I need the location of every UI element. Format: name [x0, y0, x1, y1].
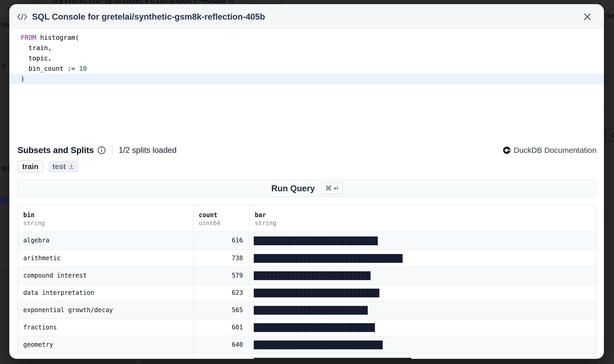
column-name-count[interactable]: count — [199, 211, 249, 219]
divider — [112, 146, 112, 155]
code-line[interactable]: train, — [9, 43, 604, 53]
histogram-bar — [254, 341, 383, 349]
background-text-fragment: sw — [1, 21, 10, 29]
cell-bar — [250, 267, 596, 284]
cell-bin: compound interest — [18, 267, 194, 284]
enter-key-icon: ↵ — [334, 185, 339, 192]
code-line[interactable]: topic, — [9, 53, 604, 64]
splits-loaded-status: 1/2 splits loaded — [119, 146, 176, 155]
modal-header: SQL Console for gretelai/synthetic-gsm8k… — [9, 4, 604, 29]
code-icon — [17, 13, 27, 21]
duckdb-documentation-link[interactable]: DuckDB Documentation — [503, 146, 596, 155]
code-line[interactable]: bin_count := 10 — [9, 64, 604, 74]
table-row[interactable]: exponential growth/decay565 — [18, 301, 596, 319]
background-icon-fragment — [136, 360, 141, 363]
cell-bin: data interpretation — [18, 284, 194, 301]
background-text-fragment: issa — [605, 12, 614, 20]
code-line[interactable]: ) — [9, 74, 604, 84]
background-text-fragment: V — [1, 62, 6, 70]
info-icon[interactable] — [97, 146, 106, 154]
sql-editor[interactable]: FROM histogram( train, topic, bin_count … — [9, 29, 604, 115]
close-button[interactable] — [582, 12, 593, 22]
histogram-bar — [254, 254, 403, 263]
subsets-splits-title: Subsets and Splits — [18, 145, 94, 155]
cell-bar — [250, 250, 596, 267]
like-button: ♡ — [242, 0, 281, 4]
cell-bin: algebra — [18, 232, 194, 249]
code-line[interactable]: FROM histogram( — [9, 33, 604, 43]
results-table-body[interactable]: algebra616arithmetic738compound interest… — [18, 232, 596, 359]
background-text-fragment: dif — [1, 165, 10, 173]
duckdb-logo-icon — [503, 146, 511, 154]
cell-count: 738 — [194, 250, 250, 267]
cell-bin: fractions — [18, 319, 194, 336]
cell-count: 616 — [194, 232, 250, 249]
histogram-bar — [254, 271, 371, 280]
heart-icon: ♡ — [246, 0, 252, 3]
histogram-bar — [254, 289, 379, 297]
column-name-bar[interactable]: bar — [255, 211, 596, 219]
column-type-count: uint64 — [199, 219, 249, 227]
table-row[interactable]: fractions601 — [18, 319, 596, 336]
histogram-bar — [254, 236, 378, 245]
cell-bar — [250, 232, 596, 249]
histogram-bar — [254, 323, 375, 332]
cell-bar — [250, 354, 596, 359]
table-row[interactable]: compound interest579 — [18, 267, 596, 284]
cell-count: 565 — [194, 302, 250, 319]
background-dotted-row — [0, 359, 614, 360]
background-dotted-line — [605, 108, 614, 109]
histogram-bar — [254, 306, 368, 315]
cell-bar — [250, 302, 596, 319]
cell-bin: exponential growth/decay — [18, 302, 194, 319]
split-chip-test[interactable]: test — [48, 161, 79, 172]
cell-count — [194, 354, 250, 359]
background-selected-row-band — [0, 197, 9, 204]
cell-bin: arithmetic — [18, 250, 194, 267]
modal-title: SQL Console for gretelai/synthetic-gsm8k… — [32, 12, 582, 22]
column-type-bin: string — [23, 219, 193, 227]
run-query-button[interactable]: Run Query ⌘ ↵ — [18, 180, 596, 197]
cell-count: 623 — [194, 284, 250, 301]
results-table: bin string count uint64 bar string algeb… — [18, 205, 596, 359]
sql-console-modal: SQL Console for gretelai/synthetic-gsm8k… — [9, 4, 604, 359]
download-icon — [68, 163, 74, 170]
table-row[interactable]: data interpretation623 — [18, 284, 596, 301]
table-row[interactable]: geometry640 — [18, 336, 596, 353]
cell-bin: geometry — [18, 336, 194, 353]
column-name-bin[interactable]: bin — [23, 211, 193, 219]
table-row[interactable] — [18, 353, 596, 359]
split-chip-train[interactable]: train — [18, 161, 43, 172]
cell-count: 579 — [194, 267, 250, 284]
cell-bar — [250, 284, 596, 301]
column-type-bar: string — [255, 219, 596, 227]
copy-icon: ⧉ — [228, 0, 234, 4]
histogram-bar — [254, 358, 411, 359]
cell-count: 640 — [194, 336, 250, 353]
background-button-fragment: d — [605, 129, 614, 141]
cell-bin — [18, 354, 194, 359]
table-row[interactable]: algebra616 — [18, 232, 596, 249]
cell-bar — [250, 336, 596, 353]
table-row[interactable]: arithmetic738 — [18, 249, 596, 267]
results-table-header: bin string count uint64 bar string — [18, 205, 596, 232]
split-chips: train test — [18, 161, 596, 172]
cell-bar — [250, 319, 596, 336]
cell-count: 601 — [194, 319, 250, 336]
keyboard-shortcut: ⌘ ↵ — [321, 183, 343, 194]
cmd-key-icon: ⌘ — [325, 185, 332, 192]
background-text-fragment: f row — [605, 214, 614, 221]
